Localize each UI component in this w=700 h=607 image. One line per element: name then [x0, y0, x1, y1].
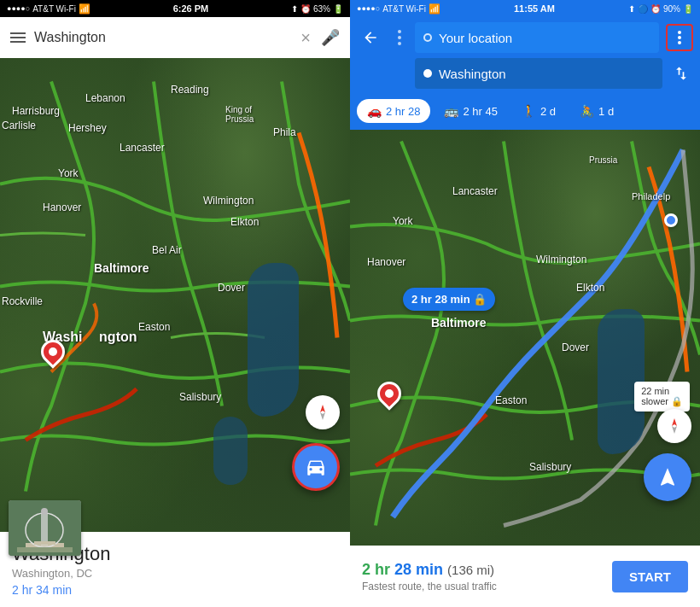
city-belair: Bel Air — [152, 244, 182, 256]
more-dot-1 — [678, 31, 681, 34]
back-arrow-icon — [362, 29, 379, 46]
signal-dots-left: ●●●●○ — [7, 4, 30, 13]
dot-3 — [398, 42, 401, 45]
origin-input[interactable]: Your location — [415, 22, 659, 53]
route-description: Fastest route, the usual traffic — [362, 581, 612, 592]
search-actions-left: × 🎤 — [300, 28, 340, 48]
destination-pin-icon — [423, 69, 432, 78]
city-easton-right: Easton — [495, 394, 527, 406]
nav-bar-right: Your location Washington — [350, 17, 700, 94]
time-bubble-text: 2 hr 28 min 🔒 — [411, 293, 487, 306]
destination-input[interactable]: Washington — [415, 58, 662, 89]
delay-text: 22 minslower 🔒 — [641, 386, 683, 406]
city-harrisburg: Harrisburg — [12, 105, 60, 117]
compass-icon-right — [664, 416, 685, 436]
status-bar-left: ●●●●○ AT&T Wi-Fi 📶 6:26 PM ⬆ ⏰ 63% 🔋 — [0, 0, 350, 17]
tab-walking-label: 2 d — [540, 105, 556, 118]
tab-driving-label: 2 hr 28 — [386, 105, 420, 118]
status-bar-right: ●●●●○ AT&T Wi-Fi 📶 11:55 AM ⬆ 🔵 ⏰ 90% 🔋 — [350, 0, 700, 17]
city-lebanon: Lebanon — [85, 92, 125, 104]
route-dots-connector-2 — [391, 72, 408, 75]
transport-tabs: 🚗 2 hr 28 🚌 2 hr 45 🚶 2 d 🚴 1 d — [350, 94, 700, 130]
tab-driving[interactable]: 🚗 2 hr 28 — [357, 99, 430, 123]
route-time-bubble: 2 hr 28 min 🔒 — [403, 288, 495, 311]
tab-transit[interactable]: 🚌 2 hr 45 — [434, 99, 507, 123]
route-time-part1: 2 hr — [362, 561, 394, 578]
svg-marker-10 — [672, 426, 677, 434]
city-york: York — [58, 167, 79, 179]
tab-cycling[interactable]: 🚴 1 d — [569, 99, 624, 123]
route-distance: (136 mi) — [447, 563, 494, 577]
carrier-label-right: AT&T Wi-Fi — [382, 4, 426, 14]
thumbnail-monument-svg — [9, 500, 81, 556]
clear-search-button[interactable]: × — [300, 28, 311, 48]
city-salisbury: Salisbury — [179, 391, 221, 403]
city-lancaster: Lancaster — [120, 142, 165, 154]
city-baltimore: Baltimore — [94, 261, 149, 275]
hamburger-line-1 — [10, 32, 26, 34]
thumbnail-image — [9, 500, 81, 556]
route-summary: 2 hr 28 min (136 mi) Fastest route, the … — [362, 561, 612, 592]
svg-marker-0 — [320, 405, 325, 412]
city-wilmington-right: Wilmington — [536, 254, 586, 266]
route-time-display: 2 hr 28 min (136 mi) — [362, 561, 612, 579]
wifi-icon-left: 📶 — [79, 3, 90, 15]
signal-dots-right: ●●●●○ — [357, 4, 380, 13]
start-navigation-button[interactable]: START — [612, 561, 688, 592]
carrier-info-right: ●●●●○ AT&T Wi-Fi 📶 — [357, 3, 440, 15]
time-left: 6:26 PM — [173, 3, 209, 14]
city-dover-right: Dover — [562, 341, 589, 353]
battery-label-left: 63% — [313, 4, 330, 14]
route-time-left[interactable]: 2 hr 34 min — [12, 583, 338, 597]
city-reading: Reading — [171, 84, 209, 96]
svg-rect-6 — [34, 541, 55, 545]
directions-car-button[interactable] — [292, 443, 340, 491]
location-pin-washington-right — [372, 376, 406, 411]
navigation-icon — [656, 466, 679, 488]
compass-button-left[interactable] — [306, 395, 340, 429]
alarm-icon-right: ⏰ — [650, 4, 661, 14]
city-salisbury-right: Salisbury — [529, 461, 571, 473]
origin-text: Your location — [439, 31, 650, 45]
map-right[interactable]: Lancaster Prussia York Hanover Wilmingto… — [350, 130, 700, 546]
more-dot-2 — [678, 36, 681, 39]
start-navigation-fab[interactable] — [644, 453, 691, 501]
city-rockville: Rockville — [2, 295, 43, 307]
origin-dot-icon — [423, 33, 432, 42]
more-options-button[interactable] — [666, 24, 693, 51]
city-hanover-right: Hanover — [367, 256, 405, 268]
search-query-left[interactable]: Washington — [34, 30, 292, 45]
tab-cycling-label: 1 d — [598, 105, 614, 118]
hamburger-line-2 — [10, 37, 26, 38]
location-thumbnail-left — [9, 500, 81, 556]
tab-walking[interactable]: 🚶 2 d — [511, 99, 566, 123]
city-prussia-right: Prussia — [589, 155, 617, 165]
map-left[interactable]: Harrisburg Lebanon Reading Hershey Lanca… — [0, 58, 350, 532]
car-tab-icon: 🚗 — [367, 104, 382, 118]
dot-2 — [398, 36, 401, 39]
back-button[interactable] — [357, 24, 384, 51]
origin-dot-phila — [664, 213, 678, 227]
city-hanover: Hanover — [43, 201, 81, 213]
status-right-icons-left: ⬆ ⏰ 63% 🔋 — [291, 4, 343, 14]
route-dots-connector — [391, 28, 408, 47]
more-dot-3 — [678, 41, 681, 44]
carrier-label-left: AT&T Wi-Fi — [32, 4, 76, 14]
water-bay — [213, 417, 248, 485]
swap-directions-button[interactable] — [669, 61, 693, 85]
alarm-icon-left: ⏰ — [300, 4, 311, 14]
nav-row-origin: Your location — [357, 22, 693, 53]
bottom-info-right: 2 hr 28 min (136 mi) Fastest route, the … — [350, 546, 700, 607]
city-hershey: Hershey — [68, 122, 107, 134]
mic-icon-left[interactable]: 🎤 — [321, 28, 340, 47]
city-elkton: Elkton — [230, 216, 259, 228]
nav-row-destination: Washington — [357, 58, 693, 89]
left-panel: ●●●●○ AT&T Wi-Fi 📶 6:26 PM ⬆ ⏰ 63% 🔋 Was… — [0, 0, 350, 607]
walk-tab-icon: 🚶 — [522, 104, 536, 118]
compass-button-right[interactable] — [657, 409, 691, 443]
wifi-icon-right: 📶 — [429, 3, 440, 15]
hamburger-button[interactable] — [10, 32, 26, 43]
navigate-icon-right: ⬆ — [628, 4, 635, 14]
map-background-right: Lancaster Prussia York Hanover Wilmingto… — [350, 130, 700, 546]
city-dover: Dover — [218, 282, 245, 294]
